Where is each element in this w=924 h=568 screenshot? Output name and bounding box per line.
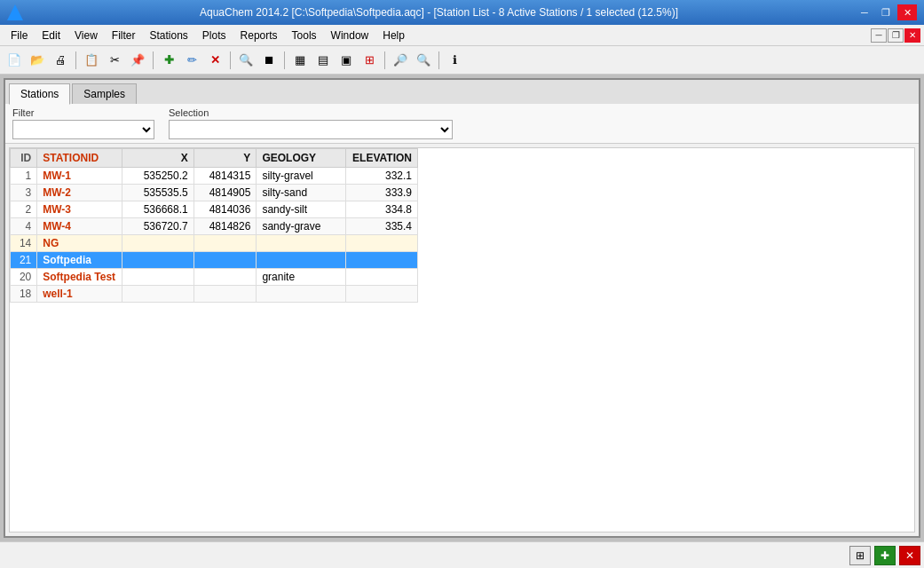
cell-x [122, 252, 193, 269]
add-status-icon: ✚ [881, 549, 889, 562]
table-row[interactable]: 3MW-2535535.54814905silty-sand333.9 [11, 185, 418, 201]
col-header-stationid: STATIONID [37, 149, 122, 168]
search-1-button[interactable]: 🔎 [390, 50, 411, 71]
cell-geology: silty-gravel [257, 168, 346, 185]
table-view-1-button[interactable]: ▦ [289, 50, 311, 71]
toolbar: 📄 📂 🖨 📋 ✂ 📌 ✚ ✏ ✕ 🔍 ⏹ ▦ ▤ ▣ ⊞ [0, 46, 924, 75]
minimize-button[interactable]: ─ [855, 4, 874, 20]
cell-elevation [346, 235, 418, 252]
grid-status-icon: ⊞ [856, 549, 865, 562]
table-row[interactable]: 2MW-3536668.14814036sandy-silt334.8 [11, 201, 418, 218]
table-row[interactable]: 14NG [11, 235, 418, 252]
cell-x: 535535.5 [122, 185, 193, 201]
window-title: AquaChem 2014.2 [C:\Softpedia\Softpedia.… [23, 6, 855, 19]
cell-elevation: 333.9 [346, 185, 418, 201]
inner-restore-button[interactable]: ❐ [888, 28, 904, 43]
grid-status-button[interactable]: ⊞ [849, 546, 871, 565]
add-icon: ✚ [164, 54, 174, 66]
separator-5 [384, 51, 385, 69]
print-button[interactable]: 🖨 [50, 50, 71, 71]
selection-select[interactable] [169, 120, 453, 139]
new-button[interactable]: 📄 [4, 50, 25, 71]
stop-icon: ⏹ [264, 54, 275, 66]
cell-y [193, 235, 257, 252]
table-row[interactable]: 21Softpedia [11, 252, 418, 269]
info-icon: ℹ [453, 54, 457, 66]
table-view-2-icon: ▤ [318, 54, 328, 66]
new-icon: 📄 [7, 54, 21, 66]
station-table-container[interactable]: ID STATIONID X Y GEOLOGY ELEVATION 1MW-1… [9, 147, 915, 532]
table-view-4-button[interactable]: ⊞ [359, 50, 380, 71]
menu-item-tools[interactable]: Tools [285, 25, 324, 45]
inner-minimize-button[interactable]: ─ [871, 28, 887, 43]
table-row[interactable]: 4MW-4536720.74814826sandy-grave335.4 [11, 218, 418, 235]
tab-stations[interactable]: Stations [9, 83, 70, 105]
menu-item-window[interactable]: Window [324, 25, 376, 45]
table-row[interactable]: 18well-1 [11, 286, 418, 303]
cell-elevation [346, 269, 418, 286]
menu-item-edit[interactable]: Edit [35, 25, 67, 45]
cell-geology [257, 252, 346, 269]
cell-y: 4814826 [193, 218, 257, 235]
menu-item-help[interactable]: Help [375, 25, 412, 45]
cell-id: 21 [11, 252, 37, 269]
search-1-icon: 🔎 [393, 54, 407, 66]
cell-stationid: Softpedia Test [37, 269, 122, 286]
add-status-button[interactable]: ✚ [874, 546, 896, 565]
col-header-elevation: ELEVATION [346, 149, 418, 168]
cell-id: 2 [11, 201, 37, 218]
col-header-y: Y [193, 149, 257, 168]
cell-elevation [346, 286, 418, 303]
separator-6 [438, 51, 439, 69]
cell-geology: silty-sand [257, 185, 346, 201]
workspace: Stations Samples Filter Selection [4, 78, 920, 538]
inner-close-button[interactable]: ✕ [904, 28, 920, 43]
station-table: ID STATIONID X Y GEOLOGY ELEVATION 1MW-1… [10, 148, 418, 303]
menu-item-view[interactable]: View [67, 25, 105, 45]
app-logo-icon [7, 4, 23, 20]
restore-button[interactable]: ❐ [876, 4, 896, 20]
close-button[interactable]: ✕ [897, 4, 917, 20]
edit-button[interactable]: ✏ [181, 50, 202, 71]
cell-elevation [346, 252, 418, 269]
cell-x [122, 269, 193, 286]
close-status-button[interactable]: ✕ [899, 546, 920, 565]
cut-button[interactable]: ✂ [104, 50, 125, 71]
stop-button[interactable]: ⏹ [258, 50, 280, 71]
find-icon: 🔍 [239, 54, 253, 66]
search-2-icon: 🔍 [416, 54, 430, 66]
close-status-icon: ✕ [905, 549, 914, 562]
filter-select[interactable] [12, 120, 154, 139]
paste-button[interactable]: 📌 [127, 50, 148, 71]
cell-y [193, 269, 257, 286]
copy-button[interactable]: 📋 [81, 50, 102, 71]
delete-button[interactable]: ✕ [204, 50, 225, 71]
cell-id: 4 [11, 218, 37, 235]
cell-stationid: MW-3 [37, 201, 122, 218]
menu-item-filter[interactable]: Filter [105, 25, 143, 45]
table-row[interactable]: 20Softpedia Testgranite [11, 269, 418, 286]
add-button[interactable]: ✚ [158, 50, 179, 71]
menu-item-stations[interactable]: Stations [143, 25, 195, 45]
cell-geology: sandy-grave [257, 218, 346, 235]
separator-4 [284, 51, 285, 69]
cell-y [193, 252, 257, 269]
cell-geology [257, 235, 346, 252]
cell-stationid: well-1 [37, 286, 122, 303]
tab-samples[interactable]: Samples [72, 83, 137, 104]
menu-item-plots[interactable]: Plots [195, 25, 233, 45]
table-row[interactable]: 1MW-1535250.24814315silty-gravel332.1 [11, 168, 418, 185]
menu-item-file[interactable]: File [4, 25, 35, 45]
search-2-button[interactable]: 🔍 [413, 50, 434, 71]
open-button[interactable]: 📂 [27, 50, 48, 71]
menu-item-reports[interactable]: Reports [233, 25, 285, 45]
table-view-2-button[interactable]: ▤ [312, 50, 334, 71]
find-button[interactable]: 🔍 [235, 50, 257, 71]
table-view-3-button[interactable]: ▣ [336, 50, 357, 71]
tab-bar: Stations Samples [5, 80, 919, 104]
separator-2 [153, 51, 154, 69]
filter-row: Filter Selection [5, 104, 919, 144]
selection-group: Selection [169, 107, 453, 139]
info-button[interactable]: ℹ [444, 50, 465, 71]
cell-x: 535250.2 [122, 168, 193, 185]
